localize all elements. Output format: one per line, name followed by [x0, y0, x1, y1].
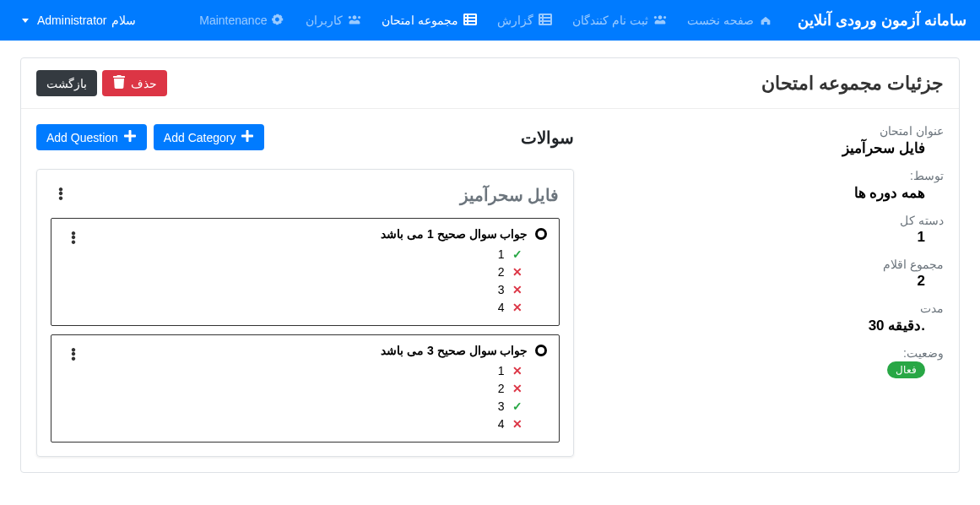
user-greeting: سلام: [111, 14, 136, 27]
bullet-icon: [535, 345, 547, 356]
question-text: جواب سوال صحیح 1 می باشد: [381, 227, 528, 241]
duration-value: .دقیقه 30: [599, 317, 945, 334]
delete-label: حذف: [131, 77, 157, 90]
option-row: ✕2: [84, 380, 523, 398]
check-icon: ✓: [512, 398, 523, 415]
total-items-value: 2: [599, 273, 945, 290]
brand-title[interactable]: سامانه آزمون ورودی آنلاین: [798, 11, 966, 30]
option-row: ✕3: [84, 281, 523, 299]
cross-icon: ✕: [512, 362, 523, 380]
option-number: 2: [498, 263, 505, 281]
total-cat-value: 1: [599, 229, 945, 246]
nav-maintenance[interactable]: Maintenance: [191, 6, 294, 35]
details-column: عنوان امتحانفایل سحرآمیز توسط:همه دوره ه…: [599, 124, 945, 457]
plus-icon: [123, 129, 137, 145]
cross-icon: ✕: [512, 380, 523, 398]
questions-heading: سوالات: [521, 128, 574, 148]
add-question-button[interactable]: Add Question: [36, 124, 147, 150]
option-number: 4: [498, 299, 505, 317]
by-value: همه دوره ها: [599, 184, 945, 202]
option-row: ✕1: [84, 362, 523, 380]
bullet-icon: [535, 228, 547, 240]
nav-report[interactable]: گزارش: [489, 6, 560, 35]
user-menu[interactable]: سلام Administrator: [14, 7, 144, 34]
add-category-label: Add Category: [164, 131, 236, 144]
top-navbar: سامانه آزمون ورودی آنلاین صفحه نخست ثبت …: [0, 0, 980, 41]
option-number: 1: [498, 246, 505, 263]
nav-label: گزارش: [497, 14, 533, 27]
page-title: جزئیات مجموعه امتحان: [761, 73, 944, 95]
delete-button[interactable]: حذف: [102, 70, 167, 96]
question-list: جواب سوال صحیح 1 می باشد✓1✕2✕3✕4جواب سوا…: [51, 218, 560, 443]
nav-registrants[interactable]: ثبت نام کنندگان: [564, 6, 675, 35]
by-label: توسط:: [599, 169, 945, 182]
status-badge: فعال: [887, 361, 925, 378]
trash-icon: [112, 75, 126, 91]
question-menu-button[interactable]: [63, 344, 84, 367]
title-label: عنوان امتحان: [599, 124, 945, 138]
option-number: 1: [498, 362, 505, 380]
nav-label: Maintenance: [199, 14, 267, 27]
option-row: ✕4: [84, 299, 523, 317]
category-title: فایل سحرآمیز: [460, 185, 560, 205]
nav-label: کاربران: [306, 14, 343, 27]
card-header: جزئیات مجموعه امتحان حذف بازگشت: [21, 58, 959, 109]
nav-label: ثبت نام کنندگان: [572, 14, 648, 27]
question-menu-button[interactable]: [63, 227, 84, 250]
questions-column: سوالات Add Category Add Question: [36, 124, 574, 457]
add-category-button[interactable]: Add Category: [154, 124, 265, 150]
home-icon: [759, 13, 772, 29]
nav-users[interactable]: کاربران: [297, 6, 370, 35]
user-name: Administrator: [37, 14, 106, 27]
option-number: 4: [498, 415, 505, 433]
question-title: جواب سوال صحیح 3 می باشد: [84, 344, 547, 357]
list-icon: [539, 13, 552, 29]
nav-label: مجموعه امتحان: [382, 14, 458, 27]
gears-icon: [272, 13, 285, 29]
total-cat-label: دسته کل: [599, 214, 945, 227]
cross-icon: ✕: [512, 263, 523, 281]
cross-icon: ✕: [512, 415, 523, 433]
check-icon: ✓: [512, 246, 523, 263]
caret-down-icon: [22, 19, 29, 23]
option-row: ✕2: [84, 263, 523, 281]
nav-links: صفحه نخست ثبت نام کنندگان گزارش مجموعه ا…: [144, 6, 781, 35]
option-number: 3: [498, 398, 505, 415]
title-value: فایل سحرآمیز: [599, 139, 945, 157]
question-card: جواب سوال صحیح 3 می باشد✕1✕2✓3✕4: [51, 334, 560, 443]
question-card: جواب سوال صحیح 1 می باشد✓1✕2✕3✕4: [51, 218, 560, 326]
cross-icon: ✕: [512, 299, 523, 317]
option-row: ✓3: [84, 398, 523, 415]
total-items-label: مجموع اقلام: [599, 258, 945, 271]
back-button[interactable]: بازگشت: [36, 70, 97, 96]
status-label: وضعیت:: [599, 346, 945, 360]
option-number: 2: [498, 380, 505, 398]
category-menu-button[interactable]: [51, 183, 71, 206]
question-title: جواب سوال صحیح 1 می باشد: [84, 227, 547, 241]
option-row: ✓1: [84, 246, 523, 263]
option-row: ✕4: [84, 415, 523, 433]
nav-exam-set[interactable]: مجموعه امتحان: [373, 6, 485, 35]
users-icon: [348, 13, 361, 29]
category-card: فایل سحرآمیز جواب سوال صحیح 1 می باشد✓1✕…: [36, 169, 574, 457]
plus-icon: [241, 129, 254, 145]
cross-icon: ✕: [512, 281, 523, 299]
add-question-label: Add Question: [46, 131, 118, 144]
question-text: جواب سوال صحیح 3 می باشد: [381, 344, 528, 357]
nav-label: صفحه نخست: [687, 14, 754, 27]
option-number: 3: [498, 281, 505, 299]
duration-label: مدت: [599, 301, 945, 315]
users-icon: [653, 13, 667, 29]
main-card: جزئیات مجموعه امتحان حذف بازگشت عنوان ام…: [20, 57, 960, 473]
list-icon: [463, 13, 477, 29]
nav-home[interactable]: صفحه نخست: [679, 6, 781, 35]
